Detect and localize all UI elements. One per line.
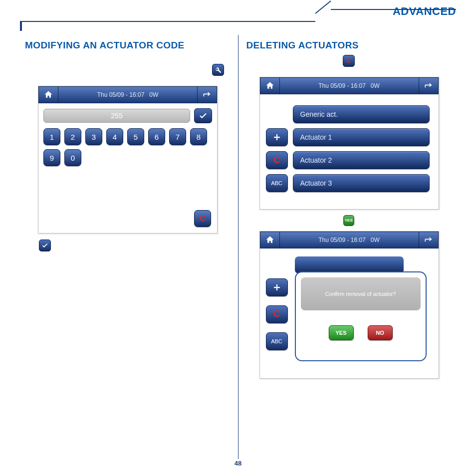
clear-icon: C bbox=[200, 214, 206, 223]
key-0[interactable]: 0 bbox=[64, 149, 81, 166]
titlebar-text: Thu 05/09 - 16:07 0W bbox=[58, 86, 197, 103]
left-column: MODIFYING AN ACTUATOR CODE Thu 0 bbox=[20, 35, 235, 459]
right-heading: DELETING ACTUATORS bbox=[246, 40, 452, 51]
screen-modify-code: Thu 05/09 - 16:07 0W 255 1 bbox=[38, 86, 218, 234]
titlebar: Thu 05/09 - 16:07 0W bbox=[260, 77, 439, 94]
home-button[interactable] bbox=[260, 232, 280, 248]
titlebar-datetime: Thu 05/09 - 16:07 bbox=[318, 237, 366, 243]
add-button[interactable] bbox=[266, 128, 288, 146]
screen-actuator-list: Thu 05/09 - 16:07 0W Generic act. bbox=[259, 77, 439, 210]
back-button[interactable] bbox=[197, 86, 217, 103]
titlebar-suffix: 0W bbox=[371, 237, 380, 243]
delete-button[interactable]: C bbox=[266, 305, 288, 323]
column-divider bbox=[238, 35, 238, 459]
actuator-item-2[interactable]: Actuator 2 bbox=[293, 151, 430, 169]
actuator-item-generic[interactable]: Generic act. bbox=[293, 105, 430, 123]
back-button[interactable] bbox=[419, 77, 439, 94]
key-6[interactable]: 6 bbox=[148, 128, 165, 145]
left-heading: MODIFYING AN ACTUATOR CODE bbox=[25, 40, 230, 51]
titlebar: Thu 05/09 - 16:07 0W bbox=[260, 232, 439, 248]
key-8[interactable]: 8 bbox=[190, 128, 207, 145]
screen-confirm-delete: Thu 05/09 - 16:07 0W C bbox=[259, 231, 439, 379]
key-2[interactable]: 2 bbox=[64, 128, 81, 145]
wrench-icon bbox=[212, 64, 224, 76]
titlebar-suffix: 0W bbox=[371, 82, 380, 89]
titlebar-suffix: 0W bbox=[149, 91, 158, 98]
titlebar: Thu 05/09 - 16:07 0W bbox=[38, 86, 217, 103]
home-button[interactable] bbox=[38, 86, 58, 103]
confirm-dialog: Confirm removal of actuator? YES NO bbox=[295, 271, 427, 361]
right-column: DELETING ACTUATORS C Thu 05/09 - 16:07 bbox=[241, 35, 457, 459]
confirm-button[interactable] bbox=[194, 108, 212, 123]
titlebar-datetime: Thu 05/09 - 16:07 bbox=[318, 82, 366, 89]
rename-button[interactable]: ABC bbox=[266, 174, 288, 192]
back-button[interactable] bbox=[419, 232, 439, 248]
header-rule bbox=[20, 21, 456, 22]
key-5[interactable]: 5 bbox=[127, 128, 144, 145]
titlebar-text: Thu 05/09 - 16:07 0W bbox=[280, 232, 419, 248]
delete-c-icon: C bbox=[343, 55, 355, 67]
key-3[interactable]: 3 bbox=[85, 128, 102, 145]
titlebar-datetime: Thu 05/09 - 16:07 bbox=[97, 91, 145, 98]
key-4[interactable]: 4 bbox=[106, 128, 123, 145]
key-9[interactable]: 9 bbox=[43, 149, 60, 166]
rename-button[interactable]: ABC bbox=[266, 332, 288, 350]
actuator-item-3[interactable]: Actuator 3 bbox=[293, 174, 430, 192]
actuator-item-1[interactable]: Actuator 1 bbox=[293, 128, 430, 146]
delete-button[interactable]: C bbox=[266, 151, 288, 169]
key-1[interactable]: 1 bbox=[43, 128, 60, 145]
dialog-yes-button[interactable]: YES bbox=[329, 325, 354, 340]
numeric-keypad: 1 2 3 4 5 6 7 8 9 0 bbox=[43, 128, 212, 166]
page-category: ADVANCED bbox=[393, 5, 456, 18]
add-button[interactable] bbox=[266, 278, 288, 296]
home-button[interactable] bbox=[260, 77, 280, 94]
key-7[interactable]: 7 bbox=[169, 128, 186, 145]
clear-button[interactable]: C bbox=[194, 210, 211, 227]
check-icon bbox=[39, 239, 51, 251]
dialog-message: Confirm removal of actuator? bbox=[301, 277, 421, 310]
side-spacer bbox=[266, 105, 288, 123]
dialog-no-button[interactable]: NO bbox=[368, 325, 393, 340]
background-item bbox=[295, 256, 404, 273]
titlebar-text: Thu 05/09 - 16:07 0W bbox=[280, 77, 419, 94]
page-number: 48 bbox=[0, 460, 476, 467]
yes-mini-icon: YES bbox=[343, 215, 354, 226]
code-input-display: 255 bbox=[43, 109, 190, 123]
